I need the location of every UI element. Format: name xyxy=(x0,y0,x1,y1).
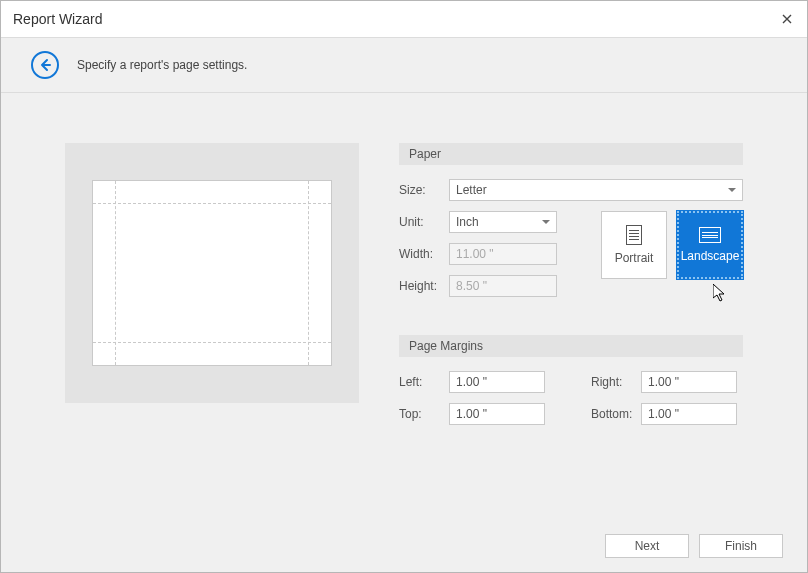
back-button[interactable] xyxy=(31,51,59,79)
height-label: Height: xyxy=(399,279,449,293)
landscape-label: Landscape xyxy=(681,249,740,263)
page-preview-sheet xyxy=(92,180,332,366)
margins-section-header: Page Margins xyxy=(399,335,743,357)
bottom-margin-value: 1.00 " xyxy=(648,407,679,421)
size-label: Size: xyxy=(399,183,449,197)
next-button[interactable]: Next xyxy=(605,534,689,558)
chevron-down-icon xyxy=(542,220,550,224)
top-margin-value: 1.00 " xyxy=(456,407,487,421)
landscape-icon xyxy=(699,227,721,243)
close-icon xyxy=(782,14,792,24)
arrow-left-icon xyxy=(38,58,52,72)
paper-section-header: Paper xyxy=(399,143,743,165)
unit-dropdown[interactable]: Inch xyxy=(449,211,557,233)
top-label: Top: xyxy=(399,407,449,421)
left-margin-value: 1.00 " xyxy=(456,375,487,389)
left-margin-input[interactable]: 1.00 " xyxy=(449,371,545,393)
size-value: Letter xyxy=(456,183,487,197)
report-wizard-window: Report Wizard Specify a report's page se… xyxy=(0,0,808,573)
landscape-button[interactable]: Landscape xyxy=(677,211,743,279)
paper-section: Paper Size: Letter Unit: Inch xyxy=(399,143,743,307)
height-value: 8.50 " xyxy=(456,279,487,293)
titlebar: Report Wizard xyxy=(1,1,807,37)
width-label: Width: xyxy=(399,247,449,261)
window-title: Report Wizard xyxy=(13,11,102,27)
height-input[interactable]: 8.50 " xyxy=(449,275,557,297)
width-input[interactable]: 11.00 " xyxy=(449,243,557,265)
margins-section: Page Margins Left: 1.00 " Right: 1.00 " xyxy=(399,335,743,425)
close-button[interactable] xyxy=(775,7,799,31)
bottom-margin-input[interactable]: 1.00 " xyxy=(641,403,737,425)
portrait-label: Portrait xyxy=(615,251,654,265)
page-preview xyxy=(65,143,359,403)
right-margin-input[interactable]: 1.00 " xyxy=(641,371,737,393)
settings-panel: Paper Size: Letter Unit: Inch xyxy=(399,143,743,520)
unit-value: Inch xyxy=(456,215,479,229)
content-area: Paper Size: Letter Unit: Inch xyxy=(1,93,807,520)
chevron-down-icon xyxy=(728,188,736,192)
portrait-icon xyxy=(626,225,642,245)
finish-button[interactable]: Finish xyxy=(699,534,783,558)
footer: Next Finish xyxy=(1,520,807,572)
right-label: Right: xyxy=(591,375,641,389)
left-label: Left: xyxy=(399,375,449,389)
size-dropdown[interactable]: Letter xyxy=(449,179,743,201)
page-subtitle: Specify a report's page settings. xyxy=(77,58,247,72)
portrait-button[interactable]: Portrait xyxy=(601,211,667,279)
unit-label: Unit: xyxy=(399,215,449,229)
bottom-label: Bottom: xyxy=(591,407,641,421)
subheader: Specify a report's page settings. xyxy=(1,37,807,93)
width-value: 11.00 " xyxy=(456,247,494,261)
top-margin-input[interactable]: 1.00 " xyxy=(449,403,545,425)
orientation-group: Portrait Landscape xyxy=(601,211,743,279)
right-margin-value: 1.00 " xyxy=(648,375,679,389)
